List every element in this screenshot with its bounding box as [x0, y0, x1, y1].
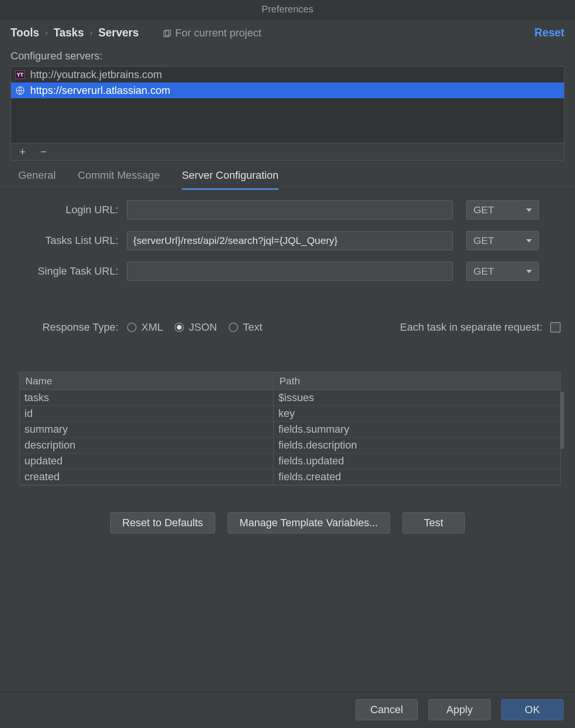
server-url: https://serverurl.atlassian.com	[30, 84, 170, 97]
each-task-toggle: Each task in separate request:	[400, 321, 561, 334]
method-value: GET	[473, 266, 494, 277]
table-row[interactable]: tasks$issues	[20, 390, 560, 406]
test-button[interactable]: Test	[402, 512, 465, 533]
cell-name[interactable]: tasks	[20, 390, 274, 405]
table-header: Name Path	[20, 372, 560, 390]
tasks-list-url-label: Tasks List URL:	[14, 234, 127, 247]
configured-servers-label: Configured servers:	[0, 45, 575, 66]
window-title: Preferences	[262, 4, 313, 15]
cell-name[interactable]: created	[20, 469, 274, 485]
add-server-button[interactable]: +	[18, 147, 27, 157]
server-row-youtrack[interactable]: YT http://youtrack.jetbrains.com	[11, 67, 564, 82]
radio-xml[interactable]: XML	[127, 321, 163, 334]
breadcrumb-servers[interactable]: Servers	[98, 26, 138, 39]
chevron-down-icon	[526, 208, 532, 212]
cell-path[interactable]: $issues	[274, 390, 560, 405]
server-url: http://youtrack.jetbrains.com	[30, 69, 162, 81]
dialog-footer: Cancel Apply OK	[0, 691, 575, 728]
table-row[interactable]: updatedfields.updated	[20, 453, 560, 469]
cell-name[interactable]: description	[20, 438, 274, 453]
login-url-label: Login URL:	[14, 204, 127, 216]
breadcrumb-row: Tools › Tasks › Servers For current proj…	[0, 19, 575, 45]
globe-icon	[15, 85, 25, 96]
single-task-url-label: Single Task URL:	[14, 265, 127, 277]
for-current-project-label: For current project	[175, 27, 262, 39]
method-value: GET	[473, 235, 494, 246]
tab-server-configuration[interactable]: Server Configuration	[182, 169, 278, 190]
cancel-button[interactable]: Cancel	[356, 699, 418, 720]
breadcrumb-tasks[interactable]: Tasks	[54, 26, 84, 39]
radio-json[interactable]: JSON	[174, 321, 217, 334]
apply-button[interactable]: Apply	[428, 699, 491, 720]
breadcrumb-separator: ›	[45, 28, 48, 38]
cell-name[interactable]: updated	[20, 453, 274, 469]
window-titlebar: Preferences	[0, 0, 575, 19]
tabs: General Commit Message Server Configurat…	[0, 161, 575, 190]
tasks-list-url-method-select[interactable]: GET	[466, 231, 539, 250]
field-mapping-table: Name Path tasks$issues idkey summaryfiel…	[19, 372, 561, 485]
radio-label: Text	[243, 321, 262, 334]
cell-path[interactable]: fields.summary	[274, 422, 560, 437]
server-row-atlassian[interactable]: https://serverurl.atlassian.com	[11, 82, 564, 98]
manage-template-variables-button[interactable]: Manage Template Variables...	[228, 512, 390, 533]
servers-toolbar: + −	[11, 143, 564, 160]
tasks-list-url-row: Tasks List URL: GET	[14, 231, 561, 250]
reset-to-defaults-button[interactable]: Reset to Defaults	[110, 512, 215, 533]
table-row[interactable]: summaryfields.summary	[20, 422, 560, 438]
cell-path[interactable]: fields.created	[274, 469, 560, 485]
cell-path[interactable]: key	[274, 406, 560, 421]
method-value: GET	[473, 204, 494, 216]
breadcrumb: Tools › Tasks › Servers	[11, 26, 139, 39]
login-url-method-select[interactable]: GET	[466, 200, 539, 220]
each-task-label: Each task in separate request:	[400, 321, 542, 334]
table-row[interactable]: createdfields.created	[20, 469, 560, 485]
cell-path[interactable]: fields.description	[274, 438, 560, 453]
radio-label: JSON	[189, 321, 217, 334]
cell-name[interactable]: id	[20, 406, 274, 421]
breadcrumb-tools[interactable]: Tools	[11, 26, 39, 39]
for-current-project-hint: For current project	[163, 27, 262, 39]
table-scrollbar[interactable]	[561, 392, 564, 449]
response-type-group: XML JSON Text	[127, 321, 262, 334]
response-type-row: Response Type: XML JSON Text Each task i…	[0, 292, 575, 334]
radio-label: XML	[141, 321, 163, 334]
tab-commit-message[interactable]: Commit Message	[78, 169, 160, 189]
radio-text[interactable]: Text	[229, 321, 262, 334]
column-name[interactable]: Name	[20, 372, 274, 390]
table-row[interactable]: idkey	[20, 406, 560, 422]
chevron-down-icon	[526, 239, 532, 243]
tab-general[interactable]: General	[18, 169, 56, 189]
servers-list-box: YT http://youtrack.jetbrains.com https:/…	[11, 66, 564, 161]
login-url-input[interactable]	[127, 200, 453, 220]
login-url-row: Login URL: GET	[14, 200, 561, 220]
table-row[interactable]: descriptionfields.description	[20, 438, 560, 453]
reset-link[interactable]: Reset	[534, 26, 564, 39]
cell-path[interactable]: fields.updated	[274, 453, 560, 469]
response-type-label: Response Type:	[14, 321, 127, 334]
youtrack-icon: YT	[15, 69, 25, 80]
tasks-list-url-input[interactable]	[127, 231, 453, 250]
each-task-checkbox[interactable]	[550, 322, 561, 333]
servers-list[interactable]: YT http://youtrack.jetbrains.com https:/…	[11, 67, 564, 143]
breadcrumb-separator: ›	[90, 28, 92, 38]
chevron-down-icon	[526, 270, 532, 273]
single-task-url-method-select[interactable]: GET	[466, 262, 539, 281]
single-task-url-input[interactable]	[127, 262, 453, 281]
cell-name[interactable]: summary	[20, 422, 274, 437]
project-scope-icon	[163, 29, 172, 37]
single-task-url-row: Single Task URL: GET	[14, 262, 561, 281]
ok-button[interactable]: OK	[501, 699, 564, 720]
panel-buttons: Reset to Defaults Manage Template Variab…	[0, 512, 575, 533]
column-path[interactable]: Path	[274, 372, 560, 390]
server-config-form: Login URL: GET Tasks List URL: GET Singl…	[0, 190, 575, 292]
remove-server-button[interactable]: −	[39, 147, 48, 157]
